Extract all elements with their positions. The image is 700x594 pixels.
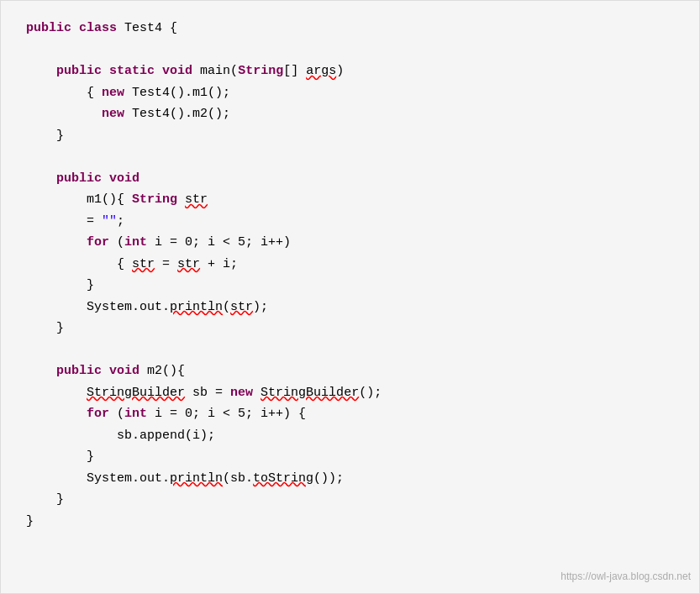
watermark: https://owl-java.blog.csdn.net	[561, 568, 691, 585]
code-line-20: sb.append(i);	[26, 425, 674, 447]
code-line-18: StringBuilder sb = new StringBuilder();	[26, 382, 674, 404]
code-line-15: }	[26, 318, 674, 339]
code-editor: public class Test4 { public static void …	[0, 0, 700, 594]
code-line-13: }	[26, 275, 674, 297]
code-line-14: System.out.println(str);	[26, 297, 674, 318]
code-line-17: public void m2(){	[26, 360, 674, 382]
code-line-19: for (int i = 0; i < 5; i++) {	[26, 403, 674, 425]
code-line-22: System.out.println(sb.toString());	[26, 468, 674, 490]
code-line-3: public static void main(String[] args)	[26, 60, 674, 82]
code-line-1: public class Test4 {	[26, 18, 674, 39]
code-line-10: = "";	[26, 211, 674, 233]
code-line-6: }	[26, 125, 674, 147]
code-line-7	[26, 146, 674, 168]
code-line-23: }	[26, 489, 674, 511]
code-line-2	[26, 39, 674, 61]
code-line-24: }	[26, 511, 674, 533]
code-line-8: public void	[26, 168, 674, 190]
code-line-5: new Test4().m2();	[26, 103, 674, 125]
code-line-21: }	[26, 446, 674, 468]
code-line-12: { str = str + i;	[26, 254, 674, 276]
code-line-16	[26, 339, 674, 361]
code-line-11: for (int i = 0; i < 5; i++)	[26, 232, 674, 254]
code-line-9: m1(){ String str	[26, 189, 674, 211]
code-line-4: { new Test4().m1();	[26, 82, 674, 104]
